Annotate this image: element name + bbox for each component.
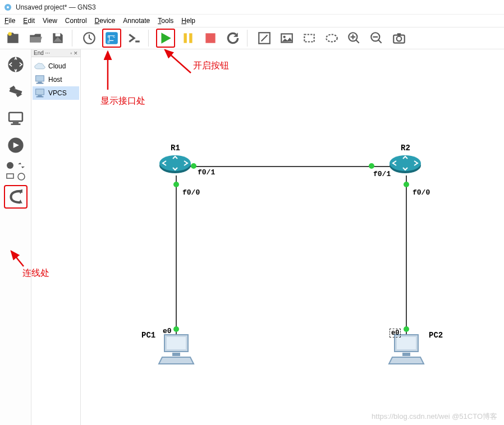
topology-canvas[interactable]: R1 R2 PC1 PC2 f0/1 f0/1 f0/0 f0/0 e0 e0 …	[81, 49, 504, 425]
link-dot	[369, 163, 374, 169]
svg-rect-16	[304, 35, 314, 42]
node-pc2[interactable]	[387, 332, 426, 368]
svg-rect-49	[402, 353, 410, 356]
svg-point-43	[390, 155, 421, 171]
panel-controls[interactable]: ▫ ✕	[70, 50, 78, 56]
svg-point-22	[397, 36, 402, 41]
svg-line-52	[11, 251, 24, 266]
label-pc1: PC1	[141, 331, 155, 340]
label-r1: R1	[171, 144, 180, 153]
svg-point-41	[159, 155, 191, 171]
svg-rect-46	[172, 353, 180, 356]
iface-r2-f01: f0/1	[373, 170, 391, 178]
node-r1[interactable]	[158, 153, 192, 177]
node-pc1[interactable]	[157, 332, 196, 368]
label-pc2: PC2	[429, 331, 443, 340]
iface-r1-f01: f0/1	[198, 168, 215, 177]
iface-r2-f00: f0/0	[413, 188, 430, 197]
iface-pc2-e0: e0	[390, 329, 401, 338]
svg-line-50	[165, 50, 191, 73]
link-dot	[173, 326, 179, 332]
svg-point-17	[326, 35, 337, 42]
screenshot-button[interactable]	[390, 29, 409, 48]
link-dot	[404, 326, 409, 332]
svg-rect-45	[167, 337, 186, 349]
iface-r1-f00: f0/0	[182, 188, 200, 197]
svg-rect-48	[397, 337, 416, 349]
draw-ellipse-button[interactable]	[322, 29, 341, 48]
link-dot	[173, 182, 179, 187]
svg-rect-21	[397, 33, 401, 35]
watermark: https://blog.csdn.net/wei @51CTO博客	[372, 412, 497, 422]
zoom-out-button[interactable]	[367, 29, 386, 48]
link-dot	[404, 182, 409, 187]
zoom-in-button[interactable]	[345, 29, 364, 48]
node-r2[interactable]	[388, 153, 422, 177]
label-r2: R2	[401, 144, 410, 153]
iface-pc1-e0: e0	[163, 327, 172, 335]
